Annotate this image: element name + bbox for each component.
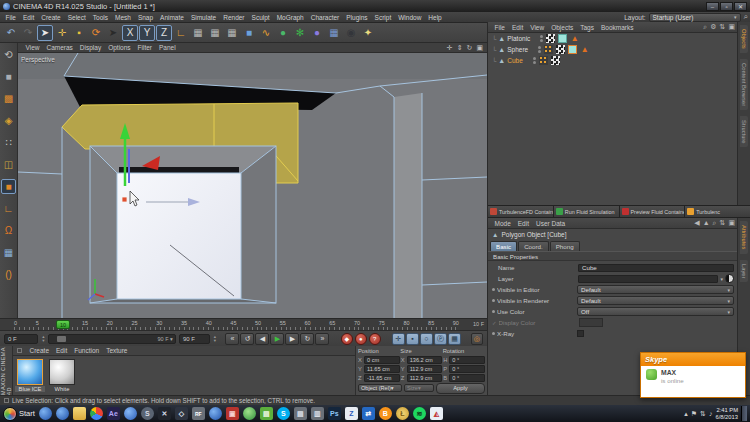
menu-item[interactable]: Animate — [157, 14, 188, 21]
add-light-button[interactable]: ✦ — [360, 25, 376, 41]
axis-z-toggle[interactable]: Z — [156, 25, 172, 41]
menu-item[interactable]: Script — [371, 14, 395, 21]
om-menu-item[interactable]: Edit — [508, 24, 526, 31]
apply-button[interactable]: Apply — [436, 383, 485, 394]
om-menu-item[interactable]: Bookmarks — [597, 24, 637, 31]
tab-content-browser[interactable]: Content Browser — [740, 59, 748, 110]
coords-size-dropdown[interactable]: Size ▾ — [404, 384, 434, 392]
restore-button[interactable]: ▫ — [720, 2, 733, 11]
taskbar-red-app-icon[interactable]: ▣ — [226, 407, 239, 420]
menu-item[interactable]: Mesh — [111, 14, 134, 21]
am-panel-icon[interactable]: ▣ — [728, 219, 735, 227]
menu-item[interactable]: Render — [220, 14, 248, 21]
am-up-icon[interactable]: ▲ — [703, 219, 710, 227]
add-generator-button[interactable]: ● — [275, 25, 291, 41]
menu-item[interactable]: Simulate — [187, 14, 219, 21]
object-name[interactable]: Sphere — [507, 46, 528, 53]
om-menu-item[interactable]: Objects — [548, 24, 577, 31]
visible-in-renderer-dropdown[interactable]: Default▾ — [577, 296, 734, 305]
visibility-toggles[interactable] — [538, 46, 541, 53]
taskbar-photoshop-icon[interactable]: Ps — [328, 407, 341, 420]
viewport-menu-item[interactable]: Filter — [134, 44, 155, 51]
frame-end-field[interactable]: 90 F — [179, 334, 210, 344]
autokey-button[interactable]: ● — [355, 333, 367, 345]
menu-item[interactable]: Create — [38, 14, 65, 21]
make-editable-icon[interactable]: ⟲ — [1, 47, 16, 62]
material-label[interactable]: Blue ICE — [15, 386, 45, 392]
taskbar-chrome-icon[interactable] — [90, 407, 103, 420]
frame-start-stepper[interactable]: ▴▾ — [42, 335, 44, 343]
move-tool[interactable]: ✛ — [54, 25, 70, 41]
size-y-field[interactable]: 112.9 cm — [407, 365, 443, 373]
use-color-dropdown[interactable]: Off▾ — [577, 307, 734, 316]
solo-button[interactable]: ◎ — [471, 333, 484, 345]
visibility-toggles[interactable] — [533, 57, 536, 64]
om-filter-icon[interactable]: ⚙ — [710, 23, 716, 31]
undo-icon[interactable]: ↶ — [3, 25, 19, 41]
taskbar-photos-icon[interactable]: ◭ — [430, 407, 443, 420]
record-keyframe-button[interactable]: ◆ — [341, 333, 353, 345]
edges-mode-icon[interactable]: ◫ — [1, 157, 16, 172]
viewport-scene[interactable] — [18, 53, 487, 318]
size-x-field[interactable]: 136.2 cm — [407, 356, 443, 364]
goto-start-button[interactable]: « — [225, 333, 239, 345]
minimize-button[interactable]: – — [706, 2, 719, 11]
run-fluid-simulation-button[interactable]: Run Fluid Simulation — [554, 206, 620, 217]
taskbar-bitcoin-icon[interactable]: B — [379, 407, 392, 420]
viewport-menu-item[interactable]: Options — [105, 44, 134, 51]
size-z-field[interactable]: 112.9 cm — [407, 374, 443, 382]
taskbar-skype-icon[interactable]: S — [277, 407, 290, 420]
preview-range-slider[interactable]: 90 F ▾ — [48, 334, 176, 344]
texture-tag-icon[interactable] — [546, 34, 555, 43]
taskbar-cinema4d-icon[interactable] — [39, 407, 52, 420]
taskbar-realflow-icon[interactable]: RF — [192, 407, 205, 420]
material-menu-item[interactable]: Texture — [103, 347, 131, 354]
om-menu-item[interactable]: Tags — [577, 24, 598, 31]
layout-dropdown[interactable]: Startup (User)▾ — [649, 13, 741, 22]
tray-volume-icon[interactable]: ♪ — [709, 410, 713, 418]
taskbar-coin-icon[interactable]: Ł — [396, 407, 409, 420]
viewport-menu-item[interactable]: View — [22, 44, 43, 51]
rotation-p-field[interactable]: 0 ° — [449, 365, 485, 373]
tab-structure[interactable]: Structure — [740, 116, 748, 148]
view-pan-icon[interactable]: ✛ — [447, 44, 453, 52]
points-tag-icon[interactable] — [539, 56, 548, 65]
axis-mode-icon[interactable]: ∟ — [1, 201, 16, 216]
menu-item[interactable]: File — [2, 14, 19, 21]
tab-phong[interactable]: Phong — [550, 241, 580, 251]
points-tag-icon[interactable] — [544, 45, 553, 54]
selection-tag-icon[interactable] — [558, 34, 567, 43]
viewport-menu-item[interactable]: Panel — [156, 44, 180, 51]
viewport-menu-item[interactable]: Display — [76, 44, 104, 51]
object-row-sphere[interactable]: └▲ Sphere ▲ — [488, 44, 738, 55]
prev-frame-button[interactable]: ◀ — [255, 333, 269, 345]
taskbar-green-globe-icon[interactable] — [243, 407, 256, 420]
om-panel-icon[interactable]: ▣ — [728, 23, 735, 31]
taskbar-after-effects-icon[interactable]: Ae — [107, 407, 120, 420]
taskbar-cinema4d-icon-2[interactable] — [56, 407, 69, 420]
visible-in-editor-dropdown[interactable]: Default▾ — [577, 285, 734, 294]
goto-prev-key-button[interactable]: ↺ — [240, 333, 254, 345]
om-menu-item[interactable]: File — [491, 24, 508, 31]
goto-next-key-button[interactable]: ↻ — [300, 333, 314, 345]
add-primitive-cube-button[interactable]: ■ — [241, 25, 257, 41]
taskbar-devices-icon[interactable]: ▥ — [311, 407, 324, 420]
tray-network-icon[interactable]: ⇅ — [700, 410, 706, 418]
menu-item[interactable]: Plugins — [343, 14, 371, 21]
viewport-menu-item[interactable]: Cameras — [43, 44, 76, 51]
keyframe-selection-button[interactable]: ? — [369, 333, 381, 345]
polygons-mode-icon[interactable]: ■ — [1, 179, 16, 194]
taskbar-blue-sphere-icon[interactable] — [124, 407, 137, 420]
key-scale-toggle[interactable]: ▪ — [406, 333, 419, 345]
taskbar-green-map-icon[interactable]: ▤ — [260, 407, 273, 420]
material-thumb-blue-ice[interactable] — [17, 359, 43, 385]
render-settings-button[interactable]: ▦ — [224, 25, 240, 41]
rotation-h-field[interactable]: 0 ° — [449, 356, 485, 364]
material-menu-item[interactable]: Function — [71, 347, 103, 354]
xray-checkbox[interactable] — [577, 330, 584, 337]
om-menu-item[interactable]: View — [527, 24, 548, 31]
taskbar-folder-icon[interactable] — [73, 407, 86, 420]
menu-item[interactable]: Character — [307, 14, 343, 21]
taskbar-unity-icon[interactable]: ◇ — [175, 407, 188, 420]
camera-label[interactable]: Perspective — [21, 56, 55, 63]
